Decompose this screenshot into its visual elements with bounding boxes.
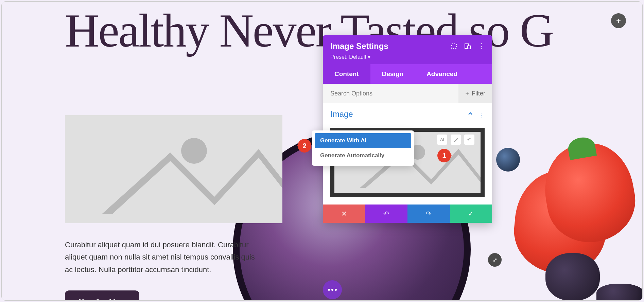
preset-label: Preset: bbox=[330, 54, 348, 60]
search-input[interactable] bbox=[323, 84, 458, 103]
ai-generate-button[interactable]: AI bbox=[437, 135, 447, 145]
undo-icon: ↶ bbox=[383, 210, 389, 218]
panel-footer: ✕ ↶ ↷ ✓ bbox=[323, 205, 492, 223]
image-placeholder[interactable] bbox=[65, 115, 282, 223]
blackberry-image bbox=[596, 284, 643, 301]
callout-2: 2 bbox=[298, 139, 311, 153]
search-row: + Filter bbox=[323, 84, 492, 103]
generate-automatically-item[interactable]: Generate Automatically bbox=[315, 148, 411, 163]
settings-panel: Image Settings ⋮ Preset: Default ▾ Cont bbox=[323, 35, 492, 223]
resize-handle[interactable]: ⤢ bbox=[488, 253, 502, 267]
ai-popup-menu: Generate With AI Generate Automatically bbox=[312, 130, 414, 166]
builder-fab-button[interactable] bbox=[323, 280, 342, 299]
undo-button[interactable]: ↶ bbox=[365, 205, 408, 223]
tab-content[interactable]: Content bbox=[323, 64, 370, 84]
more-icon[interactable]: ⋮ bbox=[478, 43, 485, 50]
redo-icon: ↷ bbox=[426, 210, 432, 218]
save-button[interactable]: ✓ bbox=[450, 205, 492, 223]
placeholder-icon bbox=[65, 115, 282, 223]
responsive-icon[interactable] bbox=[464, 43, 471, 50]
blueberry-image bbox=[496, 148, 520, 172]
section-title: Image bbox=[330, 109, 353, 119]
hero-body-text: Curabitur aliquet quam id dui posuere bl… bbox=[65, 239, 262, 276]
svg-rect-4 bbox=[468, 46, 470, 49]
close-icon: ✕ bbox=[341, 210, 347, 218]
view-menu-button[interactable]: View Our Menu bbox=[65, 290, 139, 301]
more-icon[interactable]: ⋮ bbox=[478, 111, 485, 117]
cancel-button[interactable]: ✕ bbox=[323, 205, 365, 223]
svg-rect-2 bbox=[452, 44, 456, 49]
expand-icon: ⤢ bbox=[493, 257, 497, 263]
panel-tabs: Content Design Advanced bbox=[323, 64, 492, 84]
page-viewport: Healthy Never Tasted so G Curabitur aliq… bbox=[1, 1, 643, 301]
filter-button[interactable]: + Filter bbox=[458, 84, 492, 103]
section-header[interactable]: Image ⋮ bbox=[323, 103, 492, 124]
preset-selector[interactable]: Preset: Default ▾ bbox=[330, 54, 485, 60]
svg-point-1 bbox=[181, 138, 207, 164]
undo-icon: ↶ bbox=[467, 137, 471, 142]
panel-header[interactable]: Image Settings ⋮ Preset: Default ▾ bbox=[323, 35, 492, 64]
generate-with-ai-item[interactable]: Generate With AI bbox=[315, 133, 411, 148]
callout-1: 1 bbox=[437, 149, 451, 162]
fullscreen-icon[interactable] bbox=[451, 43, 457, 50]
plus-icon: + bbox=[616, 16, 621, 25]
chevron-up-icon[interactable] bbox=[468, 111, 474, 117]
preset-value: Default bbox=[349, 54, 366, 60]
redo-button[interactable]: ↷ bbox=[407, 205, 450, 223]
blackberry-image bbox=[545, 253, 600, 301]
reset-image-button[interactable]: ↶ bbox=[464, 135, 474, 145]
add-section-button[interactable]: + bbox=[611, 13, 626, 28]
tab-advanced[interactable]: Advanced bbox=[415, 64, 469, 84]
more-dots-icon bbox=[328, 289, 337, 291]
filter-label: Filter bbox=[472, 90, 485, 97]
plus-icon: + bbox=[465, 90, 469, 97]
chevron-down-icon: ▾ bbox=[368, 54, 370, 60]
check-icon: ✓ bbox=[468, 210, 474, 218]
panel-title: Image Settings bbox=[330, 41, 388, 51]
edit-image-button[interactable] bbox=[451, 135, 461, 145]
callout-bubble: 2 bbox=[298, 139, 311, 153]
tab-design[interactable]: Design bbox=[370, 64, 415, 84]
callout-bubble: 1 bbox=[437, 149, 451, 162]
